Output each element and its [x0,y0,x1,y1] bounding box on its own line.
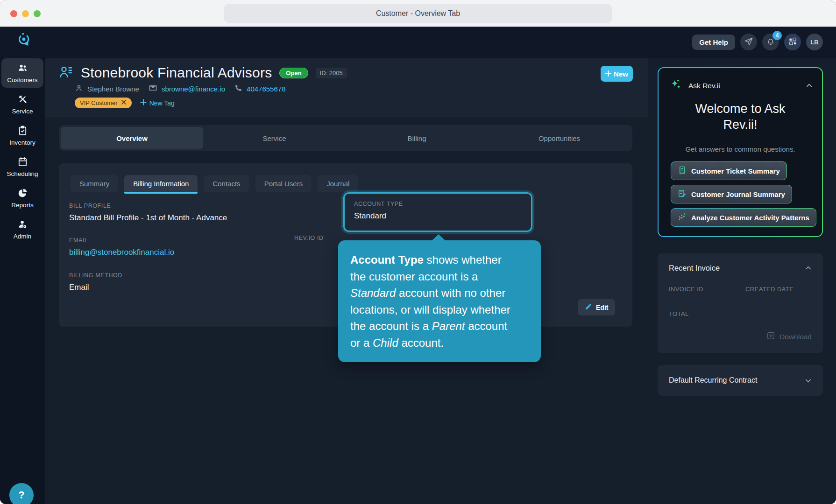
bill-profile-field: BILL PROFILE Standard Bill Profile - 1st… [69,203,227,223]
sidebar-item-admin[interactable]: Admin [1,215,43,244]
customers-people-icon [17,63,28,75]
subtab-contacts[interactable]: Contacts [204,175,249,192]
chevron-down-icon[interactable] [805,377,812,384]
tools-icon [17,94,28,106]
journal-pencil-icon [678,189,687,199]
customer-tabs: Overview Service Billing Opportunities [59,125,632,151]
minimize-window-button[interactable] [22,10,29,17]
default-recurring-contract-card[interactable]: Default Recurring Contract [658,365,823,396]
topbar-actions: Get Help 4 [692,34,823,50]
sidebar: Customers Service [0,58,45,504]
phone-icon [234,84,242,93]
tab-overview[interactable]: Overview [61,127,203,149]
analyze-activity-patterns-button[interactable]: Analyze Customer Activity Patterns [671,208,816,227]
contact-card-icon [58,64,73,81]
contact-phone-link[interactable]: 4047655678 [247,85,285,93]
chevron-up-icon[interactable] [805,265,812,272]
notification-count-badge: 4 [772,31,782,40]
new-tag-button[interactable]: New Tag [140,99,175,107]
plus-icon [140,99,147,107]
customer-journal-summary-button[interactable]: Customer Journal Summary [671,185,792,203]
subtab-summary[interactable]: Summary [71,175,118,192]
ask-subtitle: Get answers to common questions. [659,145,822,153]
edit-button[interactable]: Edit [578,299,615,315]
app-window: Customer - Overview Tab Get Help [0,0,836,504]
zoom-window-button[interactable] [34,10,41,17]
account-type-label: ACCOUNT TYPE [354,201,522,207]
user-avatar[interactable]: LB [806,34,823,50]
mail-icon [149,84,157,94]
send-feedback-button[interactable] [740,34,757,50]
scatter-dots-icon [678,212,687,223]
customer-ticket-summary-button[interactable]: Customer Ticket Summary [671,161,787,180]
account-type-tooltip: Account Type shows whether the customer … [338,240,541,362]
account-type-field-highlighted: ACCOUNT TYPE Standard [343,192,532,232]
revio-logo-icon[interactable] [17,32,31,48]
sidebar-item-label: Service [12,108,33,115]
sidebar-item-label: Admin [14,233,31,240]
remove-tag-icon[interactable] [121,99,127,106]
app-topbar: Get Help 4 [0,27,836,58]
person-icon [75,84,83,94]
revio-id-label: REV.IO ID [294,235,324,241]
help-button[interactable]: ? [9,483,34,504]
ask-revii-title: Ask Rev.ii [688,82,800,90]
get-help-button[interactable]: Get Help [692,35,735,50]
ticket-icon [678,166,687,176]
billing-method-field: BILLING METHOD Email [69,272,122,292]
vip-customer-tag: VIP Customer [75,98,132,108]
main-content: Stonebrook Financial Advisors Open ID: 2… [45,58,836,504]
customer-name: Stonebrook Financial Advisors [81,65,272,81]
invoice-id-label: INVOICE ID [669,286,745,293]
billing-method-value: Email [69,283,122,292]
ask-welcome-heading: Welcome to Ask Rev.ii! [659,101,822,133]
close-window-button[interactable] [10,10,17,17]
sidebar-item-inventory[interactable]: Inventory [1,121,43,150]
overview-subtabs: Summary Billing Information Contacts Por… [71,175,358,192]
bill-profile-label: BILL PROFILE [69,203,227,209]
window-title: Customer - Overview Tab [224,4,612,23]
subtab-journal[interactable]: Journal [318,175,358,192]
pencil-icon [585,303,592,312]
billing-email-field: EMAIL billing@stonebrookfinancial.io [69,237,174,257]
tooltip-arrow [432,234,446,241]
ask-revii-panel: Ask Rev.ii Welcome to Ask Rev.ii! Get an… [658,67,823,237]
contract-title: Default Recurring Contract [669,376,757,385]
sparkles-icon [670,78,682,93]
download-invoice-button[interactable]: Download [766,331,812,342]
titlebar: Customer - Overview Tab [0,0,836,27]
account-type-value: Standard [354,211,522,221]
notifications-button[interactable]: 4 [762,34,779,50]
sidebar-item-label: Customers [7,77,37,84]
billing-email-link[interactable]: billing@stonebrookfinancial.io [69,248,174,257]
tab-billing[interactable]: Billing [346,127,488,149]
admin-person-icon [17,219,28,231]
bill-profile-value: Standard Bill Profile - 1st of Month - A… [69,213,227,223]
customer-header: Stonebrook Financial Advisors Open ID: 2… [45,58,648,117]
plus-icon [605,70,611,78]
traffic-lights [10,10,41,17]
contact-email-link[interactable]: sbrowne@finance.io [162,85,225,93]
recent-invoice-card: Recent Invoice INVOICE ID CREATED DATE T… [658,253,823,353]
new-button[interactable]: New [601,66,633,82]
customer-id: ID: 2005 [316,68,347,78]
sidebar-item-scheduling[interactable]: Scheduling [1,152,43,182]
subtab-portal-users[interactable]: Portal Users [255,175,312,192]
sidebar-item-customers[interactable]: Customers [1,58,43,88]
sidebar-item-label: Reports [11,202,33,209]
sidebar-item-label: Scheduling [7,170,38,177]
tab-service[interactable]: Service [203,127,346,149]
sidebar-item-service[interactable]: Service [1,90,43,119]
app-switcher-button[interactable] [784,34,801,50]
contact-name: Stephen Browne [87,85,139,93]
download-icon [766,331,775,342]
tab-opportunities[interactable]: Opportunities [488,127,631,149]
subtab-billing-information[interactable]: Billing Information [124,175,198,192]
status-badge: Open [279,68,308,78]
pie-chart-icon [17,188,28,200]
clipboard-check-icon [17,125,28,137]
paper-plane-icon [744,37,753,48]
chevron-up-icon[interactable] [806,82,813,89]
sidebar-item-reports[interactable]: Reports [1,183,43,213]
calendar-icon [17,156,28,168]
